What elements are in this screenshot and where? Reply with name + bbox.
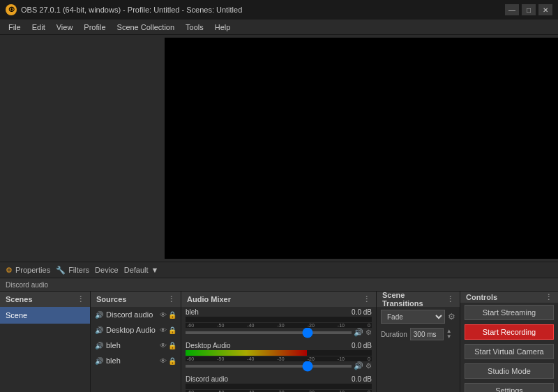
audio-mixer-header: Audio Mixer ⋮ — [181, 292, 376, 307]
audio-channel-bleh: bleh 0.0 dB -60-50-40-30-20-100 🔊 ⚙ — [181, 307, 376, 340]
source-lock-discord[interactable]: 🔒 — [168, 311, 176, 319]
duration-input[interactable] — [410, 328, 444, 340]
controls-config-icon[interactable]: ⋮ — [545, 293, 552, 302]
filter-icon: 🔧 — [56, 266, 66, 275]
source-lock-desktop[interactable]: 🔒 — [168, 326, 176, 334]
scenes-config-icon[interactable]: ⋮ — [77, 295, 84, 304]
audio-meter-discord — [186, 384, 372, 389]
filters-label: Filters — [68, 266, 89, 274]
menu-tools[interactable]: Tools — [180, 20, 209, 35]
close-button[interactable]: ✕ — [538, 4, 552, 15]
source-visibility-desktop[interactable]: 👁 — [160, 326, 167, 334]
audio-mixer-title: Audio Mixer — [187, 295, 231, 303]
menu-edit[interactable]: Edit — [27, 20, 51, 35]
duration-row: Duration ▲ ▼ — [377, 326, 460, 342]
start-streaming-button[interactable]: Start Streaming — [465, 305, 554, 320]
studio-mode-button[interactable]: Studio Mode — [465, 363, 554, 379]
scene-transitions-panel: Scene Transitions ⋮ Fade Cut Swipe ⚙ Dur… — [377, 292, 460, 392]
start-recording-button[interactable]: Start Recording — [465, 324, 554, 340]
property-bar: ⚙ Properties 🔧 Filters Device Default ▼ — [0, 262, 558, 278]
bottom-panel: Scenes ⋮ Scene + − ▲ ▼ Sources ⋮ 🔊 Disco… — [0, 291, 558, 392]
source-name-bleh1: bleh — [106, 341, 121, 349]
controls-header: Controls ⋮ — [460, 292, 558, 303]
menu-file[interactable]: File — [3, 20, 27, 35]
sources-config-icon[interactable]: ⋮ — [167, 295, 175, 304]
default-label: Default — [124, 266, 149, 274]
audio-icon-4: 🔊 — [95, 357, 103, 365]
volume-slider-desktop[interactable] — [186, 365, 352, 368]
start-virtual-camera-button[interactable]: Start Virtual Camera — [465, 344, 554, 359]
source-visibility-bleh1[interactable]: 👁 — [160, 342, 167, 349]
duration-down-arrow[interactable]: ▼ — [446, 334, 452, 340]
source-item-desktop[interactable]: 🔊 Desktop Audio 👁 🔒 — [91, 322, 181, 338]
transitions-header: Scene Transitions ⋮ — [377, 292, 460, 307]
sources-title: Sources — [96, 295, 126, 303]
scenes-header: Scenes ⋮ — [0, 292, 90, 307]
app-icon: ⦿ — [6, 4, 17, 15]
menu-profile[interactable]: Profile — [78, 20, 111, 35]
properties-label: Properties — [15, 266, 50, 274]
audio-icon: 🔊 — [95, 311, 103, 319]
source-visibility-discord[interactable]: 👁 — [160, 311, 167, 319]
menu-view[interactable]: View — [51, 20, 79, 35]
volume-icon-bleh: 🔊 — [354, 328, 363, 337]
controls-panel: Controls ⋮ Start Streaming Start Recordi… — [460, 292, 558, 392]
audio-ch-bleh-name: bleh — [186, 308, 199, 316]
settings-button[interactable]: Settings — [465, 383, 554, 392]
filters-button[interactable]: 🔧 Filters — [56, 266, 89, 275]
audio-fill-desktop — [186, 350, 307, 356]
level-ruler-bleh: -60-50-40-30-20-100 — [186, 323, 372, 328]
source-name-desktop: Desktop Audio — [106, 326, 156, 334]
source-item-bleh1[interactable]: 🔊 bleh 👁 🔒 — [91, 338, 181, 353]
audio-icon-3: 🔊 — [95, 342, 103, 349]
properties-button[interactable]: ⚙ Properties — [6, 266, 50, 275]
transitions-title: Scene Transitions — [382, 291, 446, 308]
source-name-bleh2: bleh — [106, 356, 121, 365]
audio-mixer-config-icon[interactable]: ⋮ — [363, 295, 370, 304]
menu-bar: File Edit View Profile Scene Collection … — [0, 20, 558, 35]
audio-ch-discord-name: Discord audio — [186, 375, 228, 383]
source-item-bleh2[interactable]: 🔊 bleh 👁 🔒 — [91, 353, 181, 368]
source-lock-bleh2[interactable]: 🔒 — [168, 357, 176, 365]
audio-source-label: Discord audio — [6, 281, 48, 289]
chevron-down-icon: ▼ — [151, 266, 159, 274]
audio-mixer-panel: Audio Mixer ⋮ bleh 0.0 dB -60-50-40-30-2… — [181, 292, 377, 392]
transition-type-select[interactable]: Fade Cut Swipe — [381, 310, 445, 324]
minimize-button[interactable]: — — [505, 4, 519, 15]
sources-panel: Sources ⋮ 🔊 Discord audio 👁 🔒 🔊 Desktop … — [91, 292, 181, 392]
audio-controls-desktop: 🔊 ⚙ — [186, 361, 372, 370]
window-title: OBS 27.0.1 (64-bit, windows) - Profile: … — [21, 6, 242, 14]
audio-gear-bleh[interactable]: ⚙ — [365, 329, 372, 336]
menu-help[interactable]: Help — [209, 20, 236, 35]
scenes-title: Scenes — [6, 295, 33, 303]
audio-gear-desktop[interactable]: ⚙ — [365, 362, 372, 370]
source-name-discord: Discord audio — [106, 310, 153, 319]
audio-meter-desktop — [186, 350, 372, 356]
audio-controls-bleh: 🔊 ⚙ — [186, 328, 372, 337]
audio-ch-bleh-db: 0.0 dB — [352, 308, 372, 316]
level-ruler-desktop: -60-50-40-30-20-100 — [186, 356, 372, 361]
audio-ch-discord-db: 0.0 dB — [352, 375, 372, 383]
sources-header: Sources ⋮ — [91, 292, 181, 307]
audio-icon-2: 🔊 — [95, 326, 103, 334]
menu-scene-collection[interactable]: Scene Collection — [112, 20, 181, 35]
source-item-discord[interactable]: 🔊 Discord audio 👁 🔒 — [91, 307, 181, 322]
transition-select-row: Fade Cut Swipe ⚙ — [377, 307, 460, 326]
scene-item-scene[interactable]: Scene — [0, 307, 90, 324]
audio-channel-desktop: Desktop Audio 0.0 dB -60-50-40-30-20-100… — [181, 340, 376, 374]
title-bar: ⦿ OBS 27.0.1 (64-bit, windows) - Profile… — [0, 0, 558, 20]
maximize-button[interactable]: □ — [522, 4, 536, 15]
window-controls: — □ ✕ — [505, 4, 552, 15]
device-label: Device — [95, 266, 119, 274]
default-select[interactable]: Default ▼ — [124, 266, 159, 274]
source-visibility-bleh2[interactable]: 👁 — [160, 357, 167, 365]
duration-label: Duration — [381, 331, 407, 338]
transition-gear-icon[interactable]: ⚙ — [448, 312, 455, 322]
transitions-config-icon[interactable]: ⋮ — [446, 295, 454, 304]
device-button[interactable]: Device — [95, 266, 119, 274]
preview-canvas — [165, 38, 558, 259]
source-lock-bleh1[interactable]: 🔒 — [168, 342, 176, 349]
audio-channel-discord: Discord audio 0.0 dB -60-50-40-30-20-100… — [181, 374, 376, 392]
scenes-panel: Scenes ⋮ Scene + − ▲ ▼ — [0, 292, 91, 392]
volume-slider-bleh[interactable] — [186, 331, 352, 334]
